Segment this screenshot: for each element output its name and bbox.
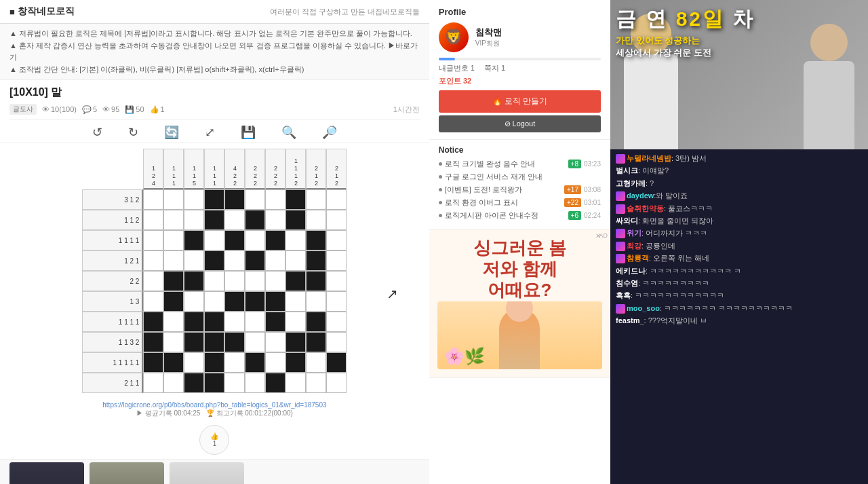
grid-cell-5-5[interactable] — [245, 291, 265, 312]
grid-cell-3-8[interactable] — [306, 250, 326, 271]
grid-cell-2-5[interactable] — [245, 230, 265, 250]
grid-cell-5-3[interactable] — [204, 291, 224, 312]
grid-cell-4-8[interactable] — [306, 271, 326, 291]
product-item-2[interactable] — [90, 462, 164, 484]
grid-cell-5-0[interactable] — [143, 291, 163, 312]
grid-cell-9-3[interactable] — [204, 373, 224, 393]
grid-cell-5-7[interactable] — [285, 291, 306, 312]
grid-cell-1-9[interactable] — [326, 210, 347, 230]
grid-cell-2-6[interactable] — [265, 230, 285, 250]
notice-item-0[interactable]: 로직 크기별 완성 음수 안내 +8 03:23 — [439, 159, 601, 169]
grid-cell-5-6[interactable] — [265, 291, 285, 312]
toolbar-refresh-button[interactable]: 🔄 — [161, 124, 182, 141]
grid-cell-5-9[interactable] — [326, 291, 347, 312]
grid-cell-0-9[interactable] — [326, 189, 347, 210]
grid-cell-8-5[interactable] — [245, 352, 265, 373]
grid-cell-5-1[interactable] — [163, 291, 184, 312]
grid-cell-0-0[interactable] — [143, 189, 163, 210]
grid-cell-7-4[interactable] — [224, 332, 245, 352]
grid-cell-2-9[interactable] — [326, 230, 347, 250]
grid-cell-6-9[interactable] — [326, 312, 347, 332]
grid-cell-1-2[interactable] — [184, 210, 204, 230]
grid-cell-6-7[interactable] — [285, 312, 306, 332]
grid-cell-7-1[interactable] — [163, 332, 184, 352]
grid-cell-7-5[interactable] — [245, 332, 265, 352]
grid-cell-7-9[interactable] — [326, 332, 347, 352]
grid-cell-1-0[interactable] — [143, 210, 163, 230]
grid-cell-7-6[interactable] — [265, 332, 285, 352]
grid-cell-0-6[interactable] — [265, 189, 285, 210]
grid-cell-4-7[interactable] — [285, 271, 306, 291]
grid-cell-2-8[interactable] — [306, 230, 326, 250]
grid-cell-6-6[interactable] — [265, 312, 285, 332]
grid-cell-5-4[interactable] — [224, 291, 245, 312]
like-button[interactable]: 👍 1 — [199, 425, 229, 455]
grid-cell-9-5[interactable] — [245, 373, 265, 393]
grid-cell-9-4[interactable] — [224, 373, 245, 393]
toolbar-zoom-in-button[interactable]: 🔍 — [279, 124, 299, 141]
grid-cell-9-2[interactable] — [184, 373, 204, 393]
grid-cell-4-2[interactable] — [184, 271, 204, 291]
grid-cell-6-1[interactable] — [163, 312, 184, 332]
grid-cell-8-1[interactable] — [163, 352, 184, 373]
grid-cell-4-9[interactable] — [326, 271, 347, 291]
grid-cell-8-2[interactable] — [184, 352, 204, 373]
grid-cell-7-0[interactable] — [143, 332, 163, 352]
grid-cell-3-6[interactable] — [265, 250, 285, 271]
grid-cell-1-7[interactable] — [285, 210, 306, 230]
grid-cell-7-7[interactable] — [285, 332, 306, 352]
grid-cell-0-2[interactable] — [184, 189, 204, 210]
puzzle-url[interactable]: https://logicrone.org/p0/bbs/board.php?b… — [102, 401, 326, 409]
grid-cell-7-3[interactable] — [204, 332, 224, 352]
grid-cell-2-0[interactable] — [143, 230, 163, 250]
toolbar-zoom-out-button[interactable]: 🔎 — [319, 124, 340, 141]
grid-cell-8-4[interactable] — [224, 352, 245, 373]
grid-cell-0-5[interactable] — [245, 189, 265, 210]
toolbar-fullscreen-button[interactable]: ⤢ — [202, 124, 218, 141]
notice-item-3[interactable]: 로직 환경 이버그 표시 +22 03:01 — [439, 198, 601, 208]
grid-cell-3-4[interactable] — [224, 250, 245, 271]
grid-cell-6-8[interactable] — [306, 312, 326, 332]
grid-cell-3-3[interactable] — [204, 250, 224, 271]
grid-cell-9-1[interactable] — [163, 373, 184, 393]
grid-cell-8-6[interactable] — [265, 352, 285, 373]
notice-item-4[interactable]: 로직게시판 아이콘 안내수정 +6 02:24 — [439, 210, 601, 221]
grid-cell-1-5[interactable] — [245, 210, 265, 230]
grid-cell-8-8[interactable] — [306, 352, 326, 373]
grid-cell-1-6[interactable] — [265, 210, 285, 230]
grid-cell-6-2[interactable] — [184, 312, 204, 332]
grid-cell-1-3[interactable] — [204, 210, 224, 230]
grid-cell-9-7[interactable] — [285, 373, 306, 393]
grid-cell-3-2[interactable] — [184, 250, 204, 271]
grid-cell-8-7[interactable] — [285, 352, 306, 373]
grid-rows[interactable] — [143, 189, 347, 393]
grid-cell-4-5[interactable] — [245, 271, 265, 291]
grid-cell-4-0[interactable] — [143, 271, 163, 291]
notice-item-1[interactable]: 구글 로그인 서비스 재개 안내 — [439, 172, 601, 182]
grid-cell-0-4[interactable] — [224, 189, 245, 210]
grid-cell-2-7[interactable] — [285, 230, 306, 250]
grid-cell-9-9[interactable] — [326, 373, 347, 393]
grid-cell-4-4[interactable] — [224, 271, 245, 291]
grid-cell-9-0[interactable] — [143, 373, 163, 393]
toolbar-save-button[interactable]: 💾 — [238, 124, 258, 141]
grid-cell-1-1[interactable] — [163, 210, 184, 230]
grid-cell-3-1[interactable] — [163, 250, 184, 271]
grid-cell-3-7[interactable] — [285, 250, 306, 271]
logout-button[interactable]: ⊘ Logout — [439, 115, 601, 132]
grid-cell-5-8[interactable] — [306, 291, 326, 312]
grid-cell-0-7[interactable] — [285, 189, 306, 210]
grid-cell-1-4[interactable] — [224, 210, 245, 230]
grid-cell-8-3[interactable] — [204, 352, 224, 373]
grid-cell-6-4[interactable] — [224, 312, 245, 332]
toolbar-redo-button[interactable]: ↻ — [125, 124, 141, 141]
grid-cell-4-1[interactable] — [163, 271, 184, 291]
grid-cell-3-5[interactable] — [245, 250, 265, 271]
grid-cell-4-6[interactable] — [265, 271, 285, 291]
grid-cell-7-2[interactable] — [184, 332, 204, 352]
grid-cell-9-8[interactable] — [306, 373, 326, 393]
grid-cell-6-3[interactable] — [204, 312, 224, 332]
grid-cell-6-0[interactable] — [143, 312, 163, 332]
grid-cell-1-8[interactable] — [306, 210, 326, 230]
grid-cell-8-9[interactable] — [326, 352, 347, 373]
